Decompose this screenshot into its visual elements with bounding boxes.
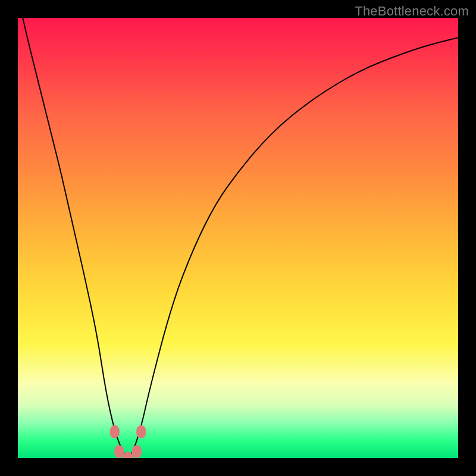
watermark-text: TheBottleneck.com [355, 4, 469, 19]
chart-plot-area [18, 18, 458, 458]
